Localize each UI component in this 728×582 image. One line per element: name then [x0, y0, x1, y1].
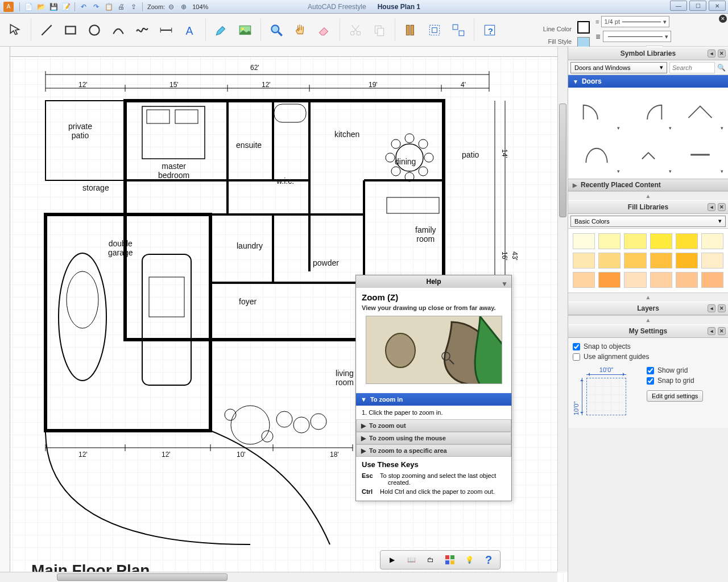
save-icon[interactable]: 💾 [48, 2, 59, 12]
circle-tool[interactable] [84, 18, 105, 43]
print-icon[interactable]: 🖨 [116, 2, 126, 12]
line-color-swatch[interactable] [577, 21, 590, 34]
help-collapse-icon[interactable]: ▼ [501, 278, 508, 290]
scrollbar-vertical[interactable] [557, 47, 568, 572]
help-section-zoom-in[interactable]: ▼To zoom in [356, 393, 511, 406]
group-tool[interactable] [424, 18, 445, 43]
maximize-button[interactable]: ☐ [689, 1, 706, 11]
door-symbol-3[interactable]: ▾ [674, 90, 726, 133]
svg-point-56 [419, 139, 428, 148]
open-file-icon[interactable]: 📂 [36, 2, 46, 12]
panel-prev-icon-2[interactable]: ◂ [708, 203, 715, 211]
layers-header[interactable]: Layers ◂✕ [568, 302, 728, 315]
arc-tool[interactable] [107, 18, 129, 43]
panel-close-icon[interactable]: ✕ [719, 15, 727, 23]
fill-swatch[interactable] [573, 253, 595, 269]
collapse-up-1[interactable]: ▲ [568, 191, 728, 200]
door-symbol-2[interactable]: ▾ [622, 90, 674, 133]
door-symbol-6[interactable]: ▾ [674, 133, 726, 176]
door-symbol-5[interactable]: ▾ [622, 133, 674, 176]
save-as-icon[interactable]: 📝 [61, 2, 71, 12]
symbol-search-input[interactable] [669, 62, 715, 73]
new-file-icon[interactable]: 📄 [23, 2, 34, 12]
snap-objects-checkbox[interactable]: Snap to objects [573, 342, 723, 350]
fill-swatch[interactable] [598, 272, 621, 288]
alignment-guides-checkbox[interactable]: Use alignment guides [573, 353, 723, 361]
show-grid-checkbox[interactable]: Show grid [647, 366, 703, 374]
ungroup-tool[interactable] [448, 18, 469, 43]
panel-close-icon-4[interactable]: ✕ [718, 327, 726, 335]
fill-swatch[interactable] [650, 272, 672, 288]
dimension-tool[interactable] [155, 18, 177, 43]
fill-swatch[interactable] [624, 253, 646, 269]
close-button[interactable]: ✕ [709, 1, 726, 11]
cut-tool[interactable] [345, 18, 366, 43]
bottom-folder-icon[interactable]: 🗀 [424, 553, 437, 567]
zoom-in-icon[interactable]: ⊕ [179, 2, 189, 12]
bottom-book-icon[interactable]: 📖 [404, 553, 418, 567]
collapse-up-2[interactable]: ▲ [568, 292, 728, 302]
symbol-category-select[interactable]: Doors and Windows▾ [570, 62, 667, 73]
zoom-tool[interactable] [266, 18, 287, 43]
search-icon[interactable]: 🔍 [717, 64, 726, 72]
bottom-help-icon[interactable]: ? [482, 553, 495, 567]
fill-swatch[interactable] [676, 233, 698, 249]
line-weight-select[interactable]: 1/4 pt▾ [601, 16, 669, 27]
svg-point-69 [225, 409, 236, 420]
fill-swatch[interactable] [701, 253, 723, 269]
panel-close-icon-2[interactable]: ✕ [718, 203, 726, 211]
line-style-select[interactable]: ▾ [603, 31, 671, 42]
help-title-bar[interactable]: Help▼ [356, 275, 511, 288]
rectangle-tool[interactable] [60, 18, 81, 43]
fill-swatch[interactable] [676, 253, 698, 269]
help-section-zoom-mouse[interactable]: ▶To zoom using the mouse [356, 432, 511, 444]
paint-tool[interactable] [210, 18, 232, 43]
image-tool[interactable] [234, 18, 256, 43]
pan-tool[interactable] [289, 18, 311, 43]
help-section-zoom-area[interactable]: ▶To zoom to a specific area [356, 444, 511, 457]
edit-grid-button[interactable]: Edit grid settings [647, 390, 703, 402]
freehand-tool[interactable] [131, 18, 153, 43]
export-icon[interactable]: ⇪ [129, 2, 139, 12]
collapse-up-3[interactable]: ▲ [568, 315, 728, 324]
fill-swatch[interactable] [650, 253, 672, 269]
panel-prev-icon-4[interactable]: ◂ [708, 327, 715, 335]
fill-swatch[interactable] [624, 272, 646, 288]
redo-icon[interactable]: ↷ [91, 2, 101, 12]
undo-icon[interactable]: ↶ [78, 2, 89, 12]
fill-swatch[interactable] [573, 233, 595, 249]
panel-prev-icon[interactable]: ◂ [708, 49, 715, 57]
library-tool[interactable] [400, 18, 421, 43]
fill-swatch[interactable] [701, 272, 723, 288]
door-symbol-1[interactable]: ▾ [570, 90, 622, 133]
panel-prev-icon-3[interactable]: ◂ [708, 304, 715, 312]
doors-group-header[interactable]: ▼Doors [568, 75, 728, 88]
minimize-button[interactable]: — [670, 1, 687, 11]
text-tool[interactable]: A [179, 18, 201, 43]
zoom-out-icon[interactable]: ⊖ [166, 2, 176, 12]
fill-category-select[interactable]: Basic Colors▾ [570, 216, 726, 227]
copy-tool[interactable] [369, 18, 390, 43]
fill-swatch[interactable] [624, 233, 646, 249]
eraser-tool[interactable] [313, 18, 335, 43]
snap-grid-checkbox[interactable]: Snap to grid [647, 377, 703, 385]
fill-swatch[interactable] [573, 272, 595, 288]
panel-close-icon-3[interactable]: ✕ [718, 304, 726, 312]
door-symbol-4[interactable]: ▾ [570, 133, 622, 176]
bottom-play-icon[interactable]: ▶ [385, 553, 399, 567]
fill-swatch[interactable] [701, 233, 723, 249]
recently-placed-header[interactable]: ▶Recently Placed Content [568, 179, 728, 191]
bottom-blocks-icon[interactable] [443, 553, 457, 567]
paste-icon[interactable]: 📋 [104, 2, 114, 12]
help-tool[interactable]: ? [479, 18, 500, 43]
help-section-zoom-out[interactable]: ▶To zoom out [356, 419, 511, 432]
fill-swatch[interactable] [598, 253, 621, 269]
fill-swatch[interactable] [598, 233, 621, 249]
fill-swatch[interactable] [650, 233, 672, 249]
line-tool[interactable] [36, 18, 57, 43]
panel-close-icon[interactable]: ✕ [718, 49, 726, 57]
bottom-bulb-icon[interactable]: 💡 [462, 553, 476, 567]
select-tool[interactable] [5, 18, 26, 43]
scrollbar-horizontal[interactable] [0, 572, 557, 582]
fill-swatch[interactable] [676, 272, 698, 288]
